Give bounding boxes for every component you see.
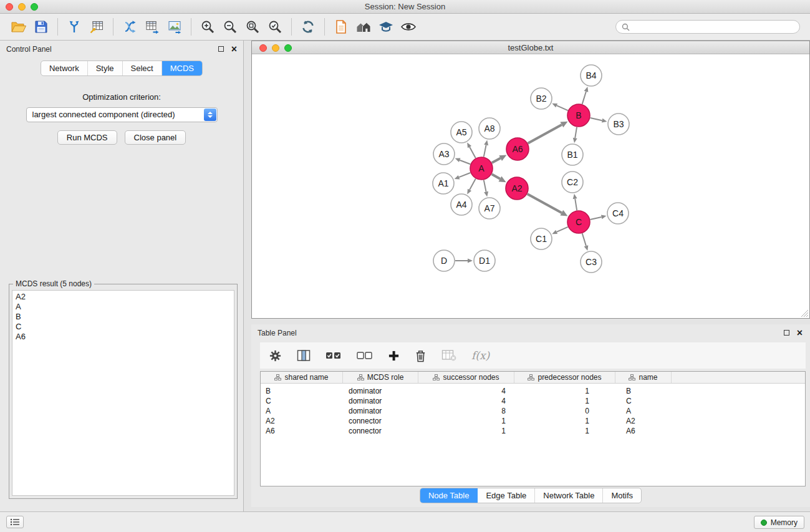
graph-node-A4[interactable]: A4 — [451, 194, 472, 215]
graph-edge-C-C2[interactable] — [573, 194, 577, 210]
graph-edge-A6-B[interactable] — [528, 122, 568, 143]
graph-edge-B-B3[interactable] — [591, 118, 607, 123]
column-header-shared-name[interactable]: shared name — [261, 372, 343, 383]
graph-node-B1[interactable]: B1 — [562, 144, 583, 165]
memory-button[interactable]: Memory — [754, 516, 804, 529]
tab-node-table[interactable]: Node Table — [420, 488, 478, 503]
tab-edge-table[interactable]: Edge Table — [478, 488, 535, 503]
graph-edge-A-A7[interactable] — [484, 180, 488, 197]
graph-node-A5[interactable]: A5 — [451, 122, 472, 143]
graph-node-C4[interactable]: C4 — [607, 203, 629, 224]
graph-edge-A-A1[interactable] — [455, 173, 471, 179]
close-panel-button[interactable]: Close panel — [125, 130, 186, 145]
graph-edge-A2-C[interactable] — [528, 194, 568, 216]
result-item[interactable]: B — [16, 312, 231, 322]
show-columns-button[interactable] — [297, 349, 311, 362]
graph-edge-A-A8[interactable] — [484, 140, 488, 157]
refresh-view-button[interactable] — [297, 16, 319, 38]
table-panel-close-button[interactable]: × — [797, 328, 803, 338]
tab-network[interactable]: Network — [41, 61, 88, 75]
home-button[interactable] — [352, 16, 375, 38]
graph-edge-C-C1[interactable] — [552, 227, 567, 234]
column-header-mcds-role[interactable]: MCDS role — [343, 372, 418, 383]
graph-edge-A-A6[interactable] — [492, 155, 507, 163]
graph-node-D[interactable]: D — [433, 250, 455, 271]
table-row[interactable]: A6connector11A6 — [261, 426, 805, 436]
create-column-button[interactable] — [388, 350, 400, 362]
graph-edge-C-C4[interactable] — [591, 215, 607, 220]
optimization-dropdown[interactable]: largest connected component (directed) — [26, 107, 218, 122]
open-session-button[interactable] — [7, 16, 30, 38]
control-panel-close-button[interactable]: × — [231, 44, 237, 54]
column-header-name[interactable]: name — [615, 372, 672, 383]
export-network-button[interactable] — [118, 16, 141, 38]
export-image-button[interactable] — [163, 16, 186, 38]
zoom-out-button[interactable] — [219, 16, 241, 38]
save-session-button[interactable] — [30, 16, 52, 38]
graph-node-A6[interactable]: A6 — [506, 138, 529, 160]
graph-edge-A-A4[interactable] — [467, 179, 476, 195]
graph-edge-A-A3[interactable] — [455, 158, 471, 164]
graph-node-B[interactable]: B — [567, 104, 590, 127]
graph-node-B3[interactable]: B3 — [608, 114, 629, 135]
search-box[interactable] — [615, 20, 800, 34]
toggle-eye-button[interactable] — [397, 16, 420, 38]
tab-motifs[interactable]: Motifs — [603, 488, 641, 503]
table-row[interactable]: Adominator80A — [261, 406, 805, 416]
import-table-button[interactable] — [85, 16, 108, 38]
panel-selector-button[interactable] — [6, 516, 24, 528]
result-item[interactable]: A — [16, 302, 231, 312]
graph-edge-D-D1[interactable] — [455, 259, 473, 263]
network-graph[interactable]: B4B2BB3A8A5A6A3B1AC2A1A2A4A7C4CC1C3DD1 — [252, 54, 809, 318]
resize-grip-icon[interactable] — [801, 309, 809, 317]
tutorials-button[interactable] — [375, 16, 397, 38]
delete-table-button[interactable] — [441, 349, 456, 362]
function-builder-button[interactable]: f(x) — [471, 349, 489, 362]
zoom-selected-button[interactable] — [264, 16, 286, 38]
tab-style[interactable]: Style — [88, 61, 123, 75]
table-panel-float-button[interactable] — [784, 330, 789, 336]
graph-node-C3[interactable]: C3 — [581, 251, 602, 273]
zoom-fit-button[interactable] — [241, 16, 264, 38]
tab-mcds[interactable]: MCDS — [162, 61, 202, 75]
result-item[interactable]: A6 — [16, 332, 231, 342]
run-mcds-button[interactable]: Run MCDS — [57, 130, 117, 145]
graph-edge-A-A5[interactable] — [467, 143, 476, 158]
export-table-button[interactable] — [141, 16, 163, 38]
table-row[interactable]: A2connector11A2 — [261, 416, 805, 426]
deselect-all-columns-button[interactable] — [357, 351, 373, 360]
graph-node-B2[interactable]: B2 — [531, 88, 552, 109]
graph-edge-C-C3[interactable] — [582, 233, 589, 251]
search-input[interactable] — [633, 22, 794, 32]
column-header-predecessor-nodes[interactable]: predecessor nodes — [514, 372, 615, 383]
graph-node-A1[interactable]: A1 — [433, 173, 454, 194]
graph-edge-A-A2[interactable] — [492, 174, 506, 182]
graph-node-A7[interactable]: A7 — [479, 198, 500, 219]
tab-network-table[interactable]: Network Table — [535, 488, 603, 503]
graph-node-A[interactable]: A — [470, 157, 493, 180]
graph-edge-B-B2[interactable] — [552, 104, 567, 110]
control-panel-float-button[interactable] — [218, 46, 224, 52]
network-canvas[interactable]: B4B2BB3A8A5A6A3B1AC2A1A2A4A7C4CC1C3DD1 — [252, 54, 809, 318]
table-row[interactable]: Bdominator41B — [261, 386, 805, 396]
manual-button[interactable] — [330, 16, 352, 38]
column-header-successor-nodes[interactable]: successor nodes — [418, 372, 514, 383]
graph-node-C[interactable]: C — [567, 211, 590, 233]
select-all-columns-button[interactable] — [325, 351, 342, 360]
table-settings-button[interactable] — [269, 349, 282, 362]
zoom-in-button[interactable] — [196, 16, 219, 38]
graph-node-A3[interactable]: A3 — [433, 143, 455, 165]
graph-node-D1[interactable]: D1 — [474, 250, 495, 271]
graph-node-A2[interactable]: A2 — [506, 177, 528, 200]
graph-node-C2[interactable]: C2 — [562, 172, 583, 193]
graph-edge-B-B1[interactable] — [573, 127, 577, 143]
result-item[interactable]: C — [16, 322, 231, 332]
graph-node-B4[interactable]: B4 — [581, 65, 602, 86]
graph-edge-B-B4[interactable] — [582, 87, 589, 104]
result-item[interactable]: A2 — [16, 292, 231, 302]
delete-columns-button[interactable] — [415, 349, 427, 362]
graph-node-C1[interactable]: C1 — [531, 228, 552, 249]
mcds-result-list[interactable]: A2ABCA6 — [12, 290, 234, 496]
table-row[interactable]: Cdominator41C — [261, 396, 805, 406]
tab-select[interactable]: Select — [123, 61, 162, 75]
